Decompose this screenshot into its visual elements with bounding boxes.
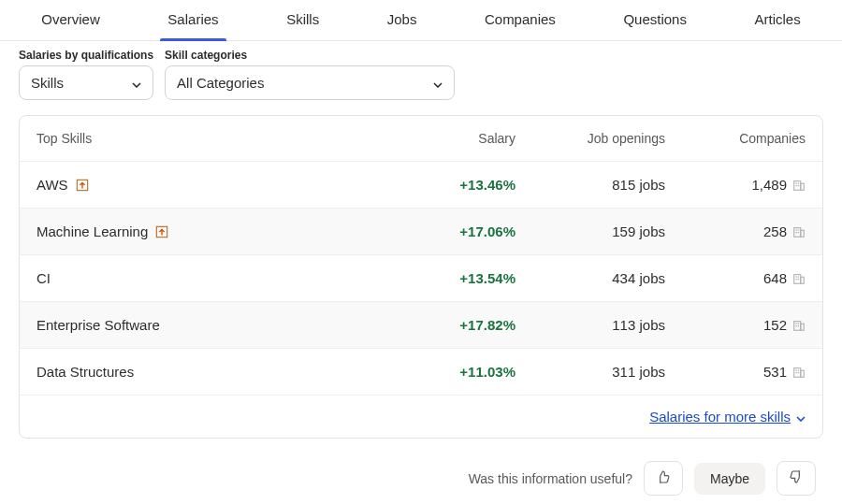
thumbs-down-button[interactable] <box>777 461 816 496</box>
svg-rect-2 <box>801 183 805 190</box>
building-icon <box>792 319 806 332</box>
categories-filter-group: Skill categories All Categories <box>165 49 455 100</box>
svg-rect-14 <box>794 274 801 283</box>
svg-rect-19 <box>798 279 799 280</box>
svg-rect-27 <box>801 370 805 377</box>
svg-rect-11 <box>798 229 799 230</box>
company-count: 258 <box>665 223 806 239</box>
tab-companies[interactable]: Companies <box>477 0 563 40</box>
maybe-button[interactable]: Maybe <box>694 463 765 495</box>
table-header-row: Top Skills Salary Job openings Companies <box>20 116 822 161</box>
company-count-value: 152 <box>763 317 787 333</box>
chevron-down-icon <box>132 75 141 91</box>
building-icon <box>792 179 806 192</box>
col-header-salary: Salary <box>413 131 515 146</box>
svg-rect-1 <box>794 180 801 190</box>
svg-rect-22 <box>796 323 797 324</box>
feedback-bar: Was this information useful? Maybe <box>0 457 842 504</box>
skill-name: CI <box>36 270 51 286</box>
table-row[interactable]: Machine Learning+17.06%159 jobs258 <box>20 208 822 254</box>
tab-overview[interactable]: Overview <box>34 0 108 40</box>
job-count: 113 jobs <box>515 317 665 333</box>
company-count: 531 <box>665 364 806 380</box>
skill-name: Enterprise Software <box>36 317 160 333</box>
skill-cell: AWS <box>36 177 413 193</box>
table-row[interactable]: AWS+13.46%815 jobs1,489 <box>20 161 822 208</box>
company-count-value: 1,489 <box>751 177 787 193</box>
company-count: 152 <box>665 317 806 333</box>
building-icon <box>792 366 806 379</box>
company-count: 1,489 <box>665 177 806 193</box>
thumbs-up-button[interactable] <box>644 461 683 496</box>
building-icon <box>792 225 806 238</box>
svg-rect-15 <box>801 277 805 283</box>
qualifications-select[interactable]: Skills <box>19 65 153 100</box>
col-header-skill: Top Skills <box>36 131 413 146</box>
svg-rect-24 <box>796 325 797 326</box>
salary-delta: +11.03% <box>413 364 515 380</box>
tab-questions[interactable]: Questions <box>616 0 694 40</box>
job-count: 815 jobs <box>515 177 665 193</box>
tab-jobs[interactable]: Jobs <box>380 0 425 40</box>
page-tabs: OverviewSalariesSkillsJobsCompaniesQuest… <box>0 0 842 41</box>
svg-rect-16 <box>796 276 797 277</box>
job-count: 434 jobs <box>515 270 665 286</box>
qualifications-filter-group: Salaries by qualifications Skills <box>19 49 153 100</box>
svg-rect-3 <box>796 182 797 183</box>
svg-rect-12 <box>796 232 797 233</box>
table-row[interactable]: CI+13.54%434 jobs648 <box>20 254 822 301</box>
svg-rect-31 <box>798 372 799 373</box>
svg-rect-23 <box>798 323 799 324</box>
svg-rect-26 <box>794 367 801 377</box>
salary-delta: +17.82% <box>413 317 515 333</box>
more-skills-label: Salaries for more skills <box>649 409 791 425</box>
company-count-value: 258 <box>763 223 787 239</box>
growth-up-icon <box>155 225 168 238</box>
growth-up-icon <box>76 179 89 192</box>
salary-delta: +13.54% <box>413 270 515 286</box>
svg-rect-9 <box>801 230 805 237</box>
table-row[interactable]: Data Structures+11.03%311 jobs531 <box>20 348 822 395</box>
company-count-value: 648 <box>763 270 787 286</box>
svg-rect-17 <box>798 276 799 277</box>
table-row[interactable]: Enterprise Software+17.82%113 jobs152 <box>20 301 822 348</box>
categories-label: Skill categories <box>165 49 455 62</box>
thumbs-up-icon <box>656 469 671 487</box>
chevron-down-icon <box>433 75 443 91</box>
svg-rect-4 <box>798 182 799 183</box>
maybe-label: Maybe <box>710 471 749 486</box>
filters-row: Salaries by qualifications Skills Skill … <box>0 41 842 115</box>
svg-rect-29 <box>798 369 799 370</box>
skill-name: Data Structures <box>36 364 134 380</box>
salary-delta: +17.06% <box>413 223 515 239</box>
thumbs-down-icon <box>789 469 804 487</box>
qualifications-value: Skills <box>31 75 64 91</box>
skill-cell: Enterprise Software <box>36 317 413 333</box>
chevron-down-icon <box>796 409 806 425</box>
tab-skills[interactable]: Skills <box>279 0 327 40</box>
more-skills-link[interactable]: Salaries for more skills <box>649 409 806 425</box>
salary-delta: +13.46% <box>413 177 515 193</box>
svg-rect-28 <box>796 369 797 370</box>
svg-rect-5 <box>796 185 797 186</box>
svg-rect-25 <box>798 325 799 326</box>
svg-rect-30 <box>796 372 797 373</box>
svg-rect-6 <box>798 185 799 186</box>
job-count: 159 jobs <box>515 223 665 239</box>
tab-articles[interactable]: Articles <box>748 0 808 40</box>
job-count: 311 jobs <box>515 364 665 380</box>
skill-cell: Data Structures <box>36 364 413 380</box>
building-icon <box>792 272 806 285</box>
feedback-prompt: Was this information useful? <box>469 471 632 486</box>
skill-cell: CI <box>36 270 413 286</box>
svg-rect-10 <box>796 229 797 230</box>
svg-rect-8 <box>794 227 801 237</box>
categories-select[interactable]: All Categories <box>165 65 455 100</box>
skill-name: Machine Learning <box>36 223 148 239</box>
col-header-jobs: Job openings <box>515 131 665 146</box>
tab-salaries[interactable]: Salaries <box>160 0 225 40</box>
qualifications-label: Salaries by qualifications <box>19 49 153 62</box>
svg-rect-18 <box>796 279 797 280</box>
col-header-companies: Companies <box>665 131 806 146</box>
company-count-value: 531 <box>763 364 787 380</box>
